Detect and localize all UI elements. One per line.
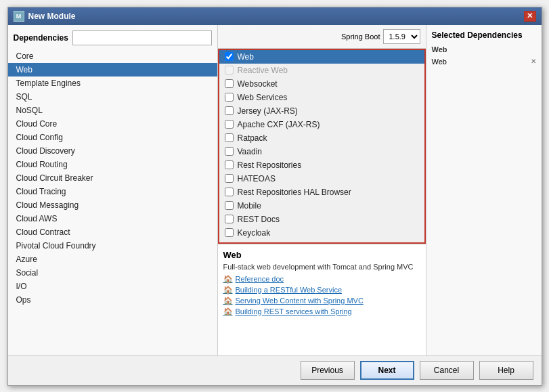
info-link[interactable]: 🏠Building REST services with Spring: [223, 307, 420, 316]
dep-label-websocket: Websocket: [238, 79, 278, 89]
dep-item-reactive-web[interactable]: Reactive Web: [219, 64, 424, 77]
info-links: 🏠Reference doc🏠Building a RESTful Web Se…: [223, 275, 420, 316]
dep-checkbox-web[interactable]: [225, 52, 234, 61]
dep-checkbox-apache-cxf[interactable]: [225, 120, 234, 129]
dep-item-rest-repositories[interactable]: Rest Repositories: [219, 158, 424, 172]
dep-label-jersey: Jersey (JAX-RS): [238, 106, 298, 116]
remove-dep-button[interactable]: ✕: [531, 58, 536, 65]
left-panel: Dependencies CoreWebTemplate EnginesSQLN…: [8, 25, 218, 355]
link-label: Building a RESTful Web Service: [236, 286, 343, 294]
dep-checkbox-rest-repositories-hal[interactable]: [225, 188, 234, 196]
dep-label-apache-cxf: Apache CXF (JAX-RS): [238, 120, 320, 129]
dep-label-rest-repositories: Rest Repositories: [238, 160, 302, 170]
dep-checkbox-vaadin[interactable]: [225, 147, 234, 156]
spring-boot-label: Spring Boot: [341, 32, 380, 41]
previous-button[interactable]: Previous: [301, 361, 355, 380]
selected-group: WebWeb✕: [432, 45, 536, 67]
dependencies-label: Dependencies: [14, 33, 68, 43]
dep-checkbox-web-services[interactable]: [225, 93, 234, 102]
dep-checkbox-rest-docs[interactable]: [225, 215, 234, 223]
link-icon: 🏠: [223, 286, 233, 295]
dep-label-ratpack: Ratpack: [238, 133, 267, 143]
middle-panel: Spring Boot 1.5.9 2.0.0 WebReactive WebW…: [218, 25, 426, 355]
dep-checkbox-jersey[interactable]: [225, 106, 234, 115]
dep-checkbox-websocket[interactable]: [225, 79, 234, 88]
content-area: Dependencies CoreWebTemplate EnginesSQLN…: [8, 25, 542, 355]
category-item-azure[interactable]: Azure: [8, 253, 217, 266]
dep-item-rest-docs[interactable]: REST Docs: [219, 213, 424, 226]
category-item-social[interactable]: Social: [8, 266, 217, 280]
dep-checkbox-hateoas[interactable]: [225, 174, 234, 183]
dep-label-keycloak: Keycloak: [238, 228, 271, 238]
dep-item-hateoas[interactable]: HATEOAS: [219, 172, 424, 186]
dep-item-rest-repositories-hal[interactable]: Rest Repositories HAL Browser: [219, 186, 424, 199]
category-item-cloud-discovery[interactable]: Cloud Discovery: [8, 144, 217, 158]
dep-label-rest-repositories-hal: Rest Repositories HAL Browser: [238, 188, 351, 197]
info-link[interactable]: 🏠Reference doc: [223, 275, 420, 284]
info-link[interactable]: 🏠Building a RESTful Web Service: [223, 286, 420, 295]
category-item-pivotal-cloud-foundry[interactable]: Pivotal Cloud Foundry: [8, 239, 217, 253]
dep-item-apache-cxf[interactable]: Apache CXF (JAX-RS): [219, 118, 424, 131]
link-icon: 🏠: [223, 297, 233, 305]
category-item-cloud-config[interactable]: Cloud Config: [8, 131, 217, 144]
dep-checkbox-keycloak[interactable]: [225, 228, 234, 237]
dep-item-vaadin[interactable]: Vaadin: [219, 145, 424, 158]
category-item-cloud-routing[interactable]: Cloud Routing: [8, 158, 217, 171]
category-item-cloud-circuit-breaker[interactable]: Cloud Circuit Breaker: [8, 171, 217, 185]
info-title: Web: [223, 250, 420, 260]
deps-list: WebReactive WebWebsocketWeb ServicesJers…: [218, 49, 426, 244]
dep-checkbox-mobile[interactable]: [225, 201, 234, 210]
selected-group-title: Web: [432, 45, 536, 53]
title-bar: M New Module ✕: [8, 7, 542, 25]
info-link[interactable]: 🏠Serving Web Content with Spring MVC: [223, 297, 420, 305]
info-panel: Web Full-stack web development with Tomc…: [218, 244, 426, 355]
category-item-nosql[interactable]: NoSQL: [8, 104, 217, 117]
info-desc: Full-stack web development with Tomcat a…: [223, 263, 420, 271]
category-item-cloud-aws[interactable]: Cloud AWS: [8, 212, 217, 225]
dep-label-mobile: Mobile: [238, 201, 261, 211]
category-item-ops[interactable]: Ops: [8, 293, 217, 307]
category-item-template-engines[interactable]: Template Engines: [8, 77, 217, 90]
dialog-icon: M: [14, 11, 24, 22]
title-bar-left: M New Module: [14, 11, 76, 22]
category-item-web[interactable]: Web: [8, 63, 217, 77]
category-item-cloud-core[interactable]: Cloud Core: [8, 117, 217, 131]
link-label: Reference doc: [236, 275, 284, 283]
category-list: CoreWebTemplate EnginesSQLNoSQLCloud Cor…: [8, 49, 217, 355]
selected-dep-label: Web: [432, 58, 447, 66]
close-button[interactable]: ✕: [524, 11, 536, 22]
dep-label-reactive-web: Reactive Web: [238, 66, 288, 75]
dep-item-mobile[interactable]: Mobile: [219, 199, 424, 213]
dep-item-ratpack[interactable]: Ratpack: [219, 131, 424, 145]
dep-label-hateoas: HATEOAS: [238, 174, 276, 183]
link-icon: 🏠: [223, 307, 233, 316]
dep-item-keycloak[interactable]: Keycloak: [219, 226, 424, 240]
dep-checkbox-rest-repositories[interactable]: [225, 160, 234, 169]
footer: Previous Next Cancel Help: [8, 355, 542, 385]
category-item-cloud-tracing[interactable]: Cloud Tracing: [8, 185, 217, 198]
dep-checkbox-ratpack[interactable]: [225, 133, 234, 142]
category-item-io[interactable]: I/O: [8, 280, 217, 293]
selected-deps-content: WebWeb✕: [432, 45, 536, 67]
category-item-cloud-messaging[interactable]: Cloud Messaging: [8, 198, 217, 212]
dep-checkbox-reactive-web[interactable]: [225, 66, 234, 74]
category-item-cloud-contract[interactable]: Cloud Contract: [8, 225, 217, 239]
selected-deps-title: Selected Dependencies: [432, 30, 536, 40]
search-input[interactable]: [72, 30, 212, 45]
next-button[interactable]: Next: [360, 361, 414, 380]
dep-label-rest-docs: REST Docs: [238, 215, 280, 224]
link-label: Serving Web Content with Spring MVC: [236, 297, 364, 305]
left-header: Dependencies: [8, 30, 217, 49]
dep-item-jersey[interactable]: Jersey (JAX-RS): [219, 104, 424, 118]
link-label: Building REST services with Spring: [236, 307, 352, 315]
category-item-sql[interactable]: SQL: [8, 90, 217, 104]
dep-label-web: Web: [238, 52, 254, 62]
dep-item-websocket[interactable]: Websocket: [219, 77, 424, 91]
right-panel: Selected Dependencies WebWeb✕: [426, 25, 542, 355]
dep-item-web-services[interactable]: Web Services: [219, 91, 424, 104]
help-button[interactable]: Help: [479, 361, 533, 380]
dep-item-web[interactable]: Web: [219, 50, 424, 64]
spring-boot-version-select[interactable]: 1.5.9 2.0.0: [383, 29, 420, 44]
category-item-core[interactable]: Core: [8, 49, 217, 63]
cancel-button[interactable]: Cancel: [420, 361, 474, 380]
